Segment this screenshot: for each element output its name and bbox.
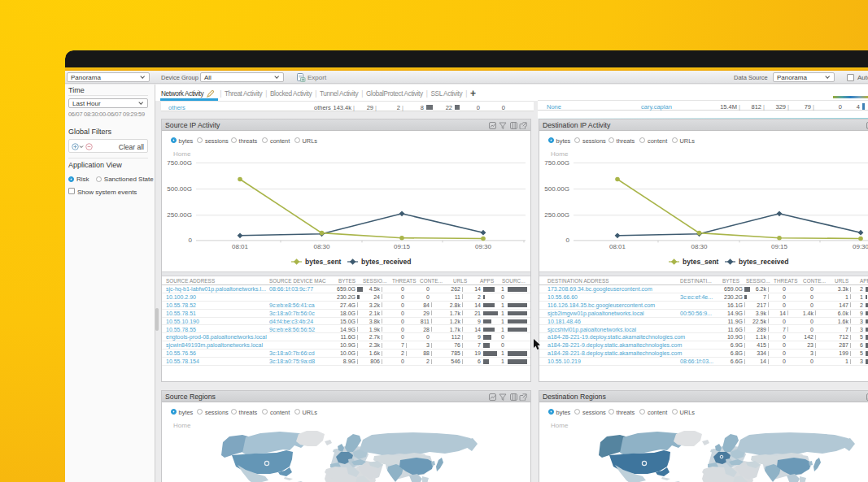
svg-text:09:30: 09:30 — [475, 243, 492, 250]
svg-text:bytes_received: bytes_received — [361, 258, 411, 266]
svg-text:bytes_sent: bytes_sent — [305, 258, 342, 266]
svg-text:09:15: 09:15 — [394, 243, 411, 250]
svg-text:250.00G: 250.00G — [544, 211, 569, 219]
svg-text:bytes_received: bytes_received — [739, 258, 788, 266]
svg-text:bytes_sent: bytes_sent — [683, 258, 719, 266]
svg-text:0: 0 — [189, 237, 193, 244]
svg-text:08:01: 08:01 — [232, 243, 249, 250]
svg-text:08:30: 08:30 — [313, 243, 330, 250]
svg-text:08:01: 08:01 — [609, 243, 626, 250]
svg-text:500.00G: 500.00G — [544, 185, 569, 193]
svg-text:08:30: 08:30 — [691, 243, 708, 250]
svg-text:09:15: 09:15 — [771, 243, 788, 250]
svg-text:09:30: 09:30 — [853, 243, 868, 250]
svg-text:0: 0 — [566, 237, 570, 244]
svg-text:750.00G: 750.00G — [167, 159, 192, 167]
svg-text:250.00G: 250.00G — [167, 211, 192, 219]
svg-text:750.00G: 750.00G — [544, 159, 569, 167]
svg-text:500.00G: 500.00G — [167, 185, 192, 193]
